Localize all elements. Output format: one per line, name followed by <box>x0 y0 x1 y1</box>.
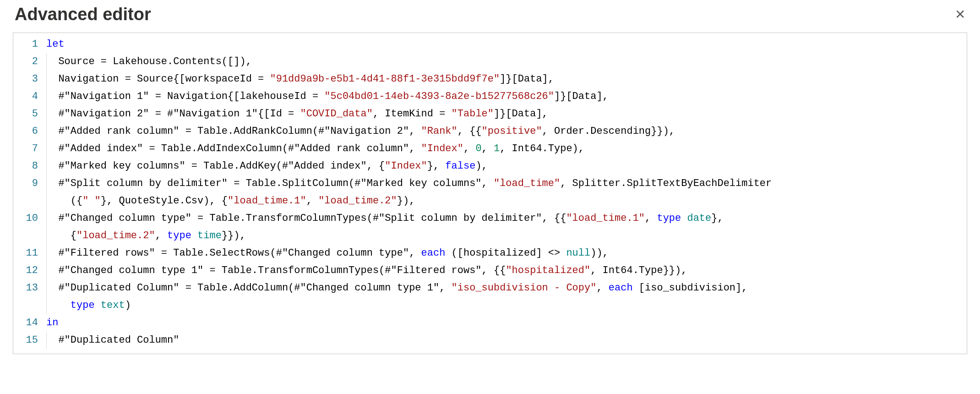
code-line[interactable]: let <box>46 36 962 53</box>
code-text: #"Duplicated Column" = Table.AddColumn(#… <box>46 282 452 294</box>
code-line[interactable]: #"Marked key columns" = Table.AddKey(#"A… <box>46 158 962 175</box>
line-number: 14 <box>19 314 38 332</box>
code-line-wrap[interactable]: ({" "}, QuoteStyle.Csv), {"load_time.1",… <box>46 192 962 210</box>
line-number: 5 <box>19 105 38 123</box>
code-text <box>681 213 687 224</box>
keyword-type: type <box>657 213 681 224</box>
type-keyword: date <box>687 213 711 224</box>
code-text: #"Navigation 2" = #"Navigation 1"{[Id = <box>46 108 300 120</box>
code-line[interactable]: #"Duplicated Column" <box>46 332 962 349</box>
string-literal: "positive" <box>482 126 542 137</box>
code-text: , Int64.Type), <box>500 143 584 154</box>
line-number: 12 <box>19 262 38 279</box>
code-text: }, <box>711 213 730 224</box>
string-literal: " " <box>82 195 101 207</box>
code-text: #"Added rank column" = Table.AddRankColu… <box>46 126 421 137</box>
code-text: #"Changed column type 1" = Table.Transfo… <box>46 265 506 276</box>
code-line[interactable]: Navigation = Source{[workspaceId = "91dd… <box>46 71 962 88</box>
code-text <box>46 300 71 311</box>
number-literal: 1 <box>494 143 500 154</box>
keyword-each: each <box>609 282 633 294</box>
code-line[interactable]: #"Added rank column" = Table.AddRankColu… <box>46 123 962 140</box>
string-literal: "91dd9a9b-e5b1-4d41-88f1-3e315bdd9f7e" <box>270 73 500 85</box>
string-literal: "load_time.2" <box>76 230 155 241</box>
code-text: }, <box>427 160 446 172</box>
code-line[interactable]: #"Navigation 1" = Navigation{[lakehouseI… <box>46 88 962 105</box>
code-text: , <box>482 143 494 154</box>
code-text: , <box>463 143 475 154</box>
code-text: , <box>155 230 167 241</box>
keyword-each: each <box>421 247 446 259</box>
line-number: 6 <box>19 123 38 140</box>
code-line[interactable]: #"Split column by delimiter" = Table.Spl… <box>46 175 962 192</box>
code-text: ]}[Data], <box>500 73 554 85</box>
code-text: , <box>596 282 608 294</box>
line-number: 8 <box>19 158 38 175</box>
code-text: ) <box>125 300 131 311</box>
code-text <box>95 300 101 311</box>
code-line[interactable]: #"Added index" = Table.AddIndexColumn(#"… <box>46 140 962 158</box>
keyword-let: let <box>46 38 65 50</box>
code-text: #"Split column by delimiter" = Table.Spl… <box>46 178 494 189</box>
line-number: 2 <box>19 53 38 71</box>
code-line-wrap[interactable]: {"load_time.2", type time}}), <box>46 227 962 245</box>
code-text: , Splitter.SplitTextByEachDelimiter <box>560 178 772 189</box>
type-keyword: time <box>197 230 222 241</box>
string-literal: "Index" <box>421 143 463 154</box>
keyword-null: null <box>566 247 590 259</box>
string-literal: "hospitalized" <box>506 265 590 276</box>
line-number <box>19 227 38 245</box>
code-line[interactable]: Source = Lakehouse.Contents([]), <box>46 53 962 71</box>
code-text: { <box>46 230 76 241</box>
code-text: , <box>645 213 657 224</box>
keyword-in: in <box>46 317 58 328</box>
line-number <box>19 297 38 314</box>
line-number: 7 <box>19 140 38 158</box>
page-title: Advanced editor <box>15 5 151 24</box>
code-text: }}), <box>222 230 246 241</box>
code-text: , Int64.Type}}), <box>590 265 687 276</box>
code-text: #"Duplicated Column" <box>46 334 179 346</box>
code-text: ([hospitalized] <> <box>445 247 566 259</box>
line-number: 9 <box>19 175 38 192</box>
code-text: Source = Lakehouse.Contents([]), <box>46 56 252 67</box>
code-text: , {{ <box>457 126 482 137</box>
string-literal: "load_time" <box>494 178 560 189</box>
code-line-wrap[interactable]: type text) <box>46 297 962 314</box>
code-line[interactable]: #"Filtered rows" = Table.SelectRows(#"Ch… <box>46 245 962 262</box>
number-literal: 0 <box>475 143 481 154</box>
code-line[interactable]: in <box>46 314 962 332</box>
string-literal: "load_time.1" <box>566 213 645 224</box>
string-literal: "load_time.1" <box>228 195 306 207</box>
code-line[interactable]: #"Changed column type" = Table.Transform… <box>46 210 962 227</box>
line-number: 11 <box>19 245 38 262</box>
keyword-type: type <box>167 230 191 241</box>
code-text: ]}[Data], <box>554 91 609 102</box>
line-number <box>19 192 38 210</box>
code-line[interactable]: #"Duplicated Column" = Table.AddColumn(#… <box>46 279 962 297</box>
keyword-type: type <box>71 300 95 311</box>
code-text: ({ <box>46 195 82 207</box>
keyword-false: false <box>445 160 475 172</box>
string-literal: "Index" <box>385 160 427 172</box>
code-text: , <box>306 195 318 207</box>
code-text: ), <box>475 160 487 172</box>
code-editor[interactable]: 1 2 3 4 5 6 7 8 9 10 11 12 13 14 15 let … <box>13 33 967 354</box>
code-text: #"Marked key columns" = Table.AddKey(#"A… <box>46 160 385 172</box>
code-content[interactable]: let Source = Lakehouse.Contents([]), Nav… <box>46 36 967 349</box>
string-literal: "Rank" <box>421 126 457 137</box>
code-text: , ItemKind = <box>373 108 452 120</box>
line-number-gutter: 1 2 3 4 5 6 7 8 9 10 11 12 13 14 15 <box>13 36 46 349</box>
header-bar: Advanced editor ✕ <box>0 0 980 33</box>
string-literal: "Table" <box>452 108 494 120</box>
code-text: [iso_subdivision], <box>633 282 754 294</box>
string-literal: "iso_subdivision - Copy" <box>452 282 597 294</box>
code-line[interactable]: #"Changed column type 1" = Table.Transfo… <box>46 262 962 279</box>
code-line[interactable]: #"Navigation 2" = #"Navigation 1"{[Id = … <box>46 105 962 123</box>
line-number: 4 <box>19 88 38 105</box>
string-literal: "5c04bd01-14eb-4393-8a2e-b15277568c26" <box>324 91 554 102</box>
line-number: 1 <box>19 36 38 53</box>
code-text: }), <box>397 195 415 207</box>
code-text: }, QuoteStyle.Csv), { <box>101 195 228 207</box>
close-icon[interactable]: ✕ <box>948 6 965 23</box>
